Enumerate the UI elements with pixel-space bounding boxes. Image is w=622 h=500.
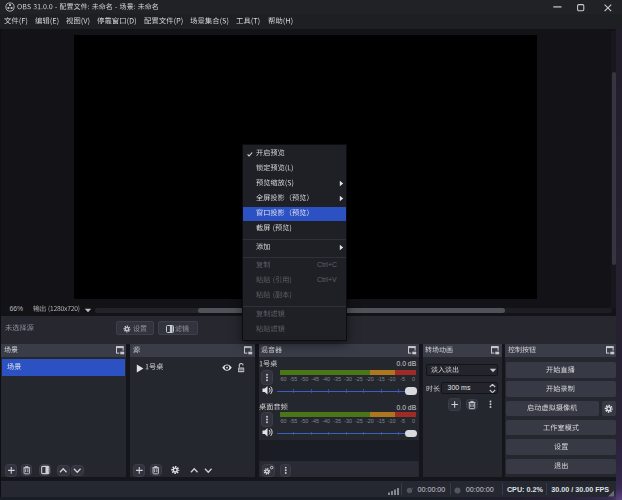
svg-text:0: 0 xyxy=(412,419,415,425)
svg-text:-40: -40 xyxy=(322,419,330,425)
svg-text:-55: -55 xyxy=(290,419,298,425)
svg-text:-60: -60 xyxy=(280,419,286,425)
svg-text:-5: -5 xyxy=(400,376,405,382)
svg-text:-55: -55 xyxy=(290,376,298,382)
svg-text:-35: -35 xyxy=(333,419,341,425)
svg-text:-45: -45 xyxy=(311,419,319,425)
svg-text:-50: -50 xyxy=(300,376,308,382)
svg-text:0: 0 xyxy=(412,376,415,382)
svg-text:-15: -15 xyxy=(377,419,385,425)
svg-text:-40: -40 xyxy=(322,376,330,382)
svg-text:-45: -45 xyxy=(311,376,319,382)
svg-text:-10: -10 xyxy=(388,376,396,382)
svg-text:-25: -25 xyxy=(355,376,363,382)
svg-text:-10: -10 xyxy=(388,419,396,425)
svg-text:-50: -50 xyxy=(300,419,308,425)
svg-text:-35: -35 xyxy=(333,376,341,382)
svg-text:-15: -15 xyxy=(377,376,385,382)
svg-text:-25: -25 xyxy=(355,419,363,425)
svg-text:-5: -5 xyxy=(400,419,405,425)
svg-text:-30: -30 xyxy=(344,376,352,382)
svg-text:-30: -30 xyxy=(344,419,352,425)
svg-text:-60: -60 xyxy=(280,376,286,382)
svg-text:-20: -20 xyxy=(366,376,374,382)
svg-text:-20: -20 xyxy=(366,419,374,425)
